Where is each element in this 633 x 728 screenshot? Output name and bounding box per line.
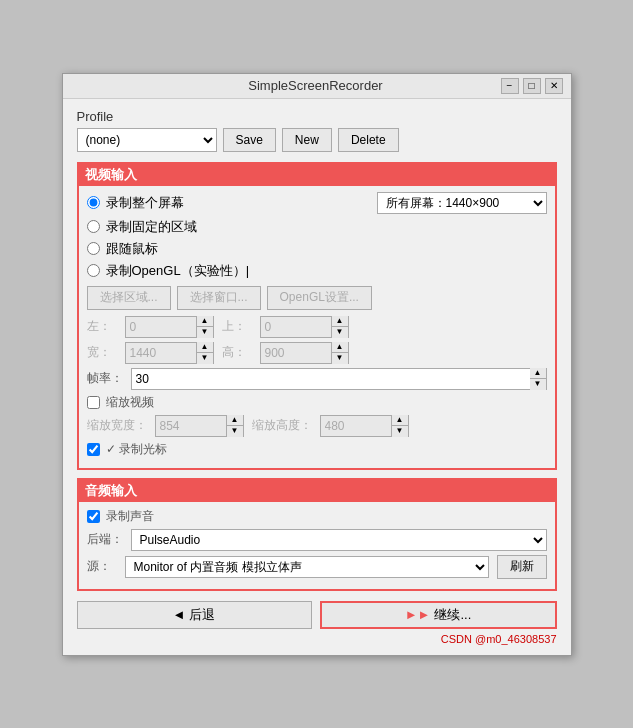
back-button[interactable]: ◄ 后退 bbox=[77, 601, 312, 629]
follow-mouse-row: 跟随鼠标 bbox=[87, 240, 547, 258]
framerate-value[interactable]: 30 bbox=[132, 369, 530, 389]
scale-height-spin-btns: ▲ ▼ bbox=[391, 415, 408, 437]
audio-section-content: 录制声音 后端： PulseAudio 源： Monitor of 内置音频 模… bbox=[79, 502, 555, 589]
left-spinbox: 0 ▲ ▼ bbox=[125, 316, 214, 338]
scale-height-up-btn[interactable]: ▲ bbox=[392, 415, 408, 426]
framerate-up-btn[interactable]: ▲ bbox=[530, 368, 546, 379]
record-cursor-row: ✓ 录制光标 bbox=[87, 441, 547, 458]
area-buttons-row: 选择区域... 选择窗口... OpenGL设置... bbox=[87, 286, 547, 310]
scale-height-label: 缩放高度： bbox=[252, 417, 312, 434]
follow-mouse-label: 跟随鼠标 bbox=[106, 240, 158, 258]
record-fullscreen-label: 录制整个屏幕 bbox=[106, 194, 184, 212]
height-input[interactable]: 900 bbox=[261, 343, 331, 363]
new-button[interactable]: New bbox=[282, 128, 332, 152]
top-input[interactable]: 0 bbox=[261, 317, 331, 337]
framerate-row: 帧率： 30 ▲ ▼ bbox=[87, 368, 547, 390]
width-input[interactable]: 1440 bbox=[126, 343, 196, 363]
left-input[interactable]: 0 bbox=[126, 317, 196, 337]
profile-controls: (none) Save New Delete bbox=[77, 128, 557, 152]
width-label: 宽： bbox=[87, 344, 117, 361]
source-row: 源： Monitor of 内置音频 模拟立体声 刷新 bbox=[87, 555, 547, 579]
scale-width-up-btn[interactable]: ▲ bbox=[227, 415, 243, 426]
profile-label: Profile bbox=[77, 109, 557, 124]
record-fixed-row: 录制固定的区域 bbox=[87, 218, 547, 236]
top-spin-btns: ▲ ▼ bbox=[331, 316, 348, 338]
width-down-btn[interactable]: ▼ bbox=[197, 353, 213, 364]
continue-button[interactable]: ►► 继续... bbox=[320, 601, 557, 629]
refresh-button[interactable]: 刷新 bbox=[497, 555, 547, 579]
record-fixed-label: 录制固定的区域 bbox=[106, 218, 197, 236]
record-opengl-row: 录制OpenGL（实验性）| bbox=[87, 262, 547, 280]
top-label: 上： bbox=[222, 318, 252, 335]
record-opengl-label: 录制OpenGL（实验性）| bbox=[106, 262, 250, 280]
profile-select[interactable]: (none) bbox=[77, 128, 217, 152]
height-up-btn[interactable]: ▲ bbox=[332, 342, 348, 353]
scale-height-input[interactable]: 480 bbox=[321, 416, 391, 436]
scale-height-spinbox: 480 ▲ ▼ bbox=[320, 415, 409, 437]
delete-button[interactable]: Delete bbox=[338, 128, 399, 152]
top-down-btn[interactable]: ▼ bbox=[332, 327, 348, 338]
close-button[interactable]: ✕ bbox=[545, 78, 563, 94]
scale-width-input[interactable]: 854 bbox=[156, 416, 226, 436]
scale-video-row: 缩放视频 bbox=[87, 394, 547, 411]
record-sound-label: 录制声音 bbox=[106, 508, 154, 525]
height-spin-btns: ▲ ▼ bbox=[331, 342, 348, 364]
select-window-button[interactable]: 选择窗口... bbox=[177, 286, 261, 310]
left-top-row: 左： 0 ▲ ▼ 上： 0 ▲ bbox=[87, 316, 547, 338]
width-up-btn[interactable]: ▲ bbox=[197, 342, 213, 353]
audio-input-section: 音频输入 录制声音 后端： PulseAudio bbox=[77, 478, 557, 591]
video-section-title: 视频输入 bbox=[79, 164, 555, 186]
record-fullscreen-radio[interactable] bbox=[87, 196, 100, 209]
record-sound-checkbox[interactable] bbox=[87, 510, 100, 523]
scale-video-checkbox[interactable] bbox=[87, 396, 100, 409]
top-spinbox: 0 ▲ ▼ bbox=[260, 316, 349, 338]
scale-height-down-btn[interactable]: ▼ bbox=[392, 426, 408, 437]
maximize-button[interactable]: □ bbox=[523, 78, 541, 94]
width-spin-btns: ▲ ▼ bbox=[196, 342, 213, 364]
video-section-content: 录制整个屏幕 所有屏幕：1440×900 录制固定的区域 跟随 bbox=[79, 186, 555, 468]
record-opengl-radio[interactable] bbox=[87, 264, 100, 277]
title-bar: SimpleScreenRecorder − □ ✕ bbox=[63, 74, 571, 99]
framerate-down-btn[interactable]: ▼ bbox=[530, 379, 546, 390]
height-down-btn[interactable]: ▼ bbox=[332, 353, 348, 364]
main-content: Profile (none) Save New Delete 视频输入 录制 bbox=[63, 99, 571, 655]
video-input-section: 视频输入 录制整个屏幕 所有屏幕：1440×900 bbox=[77, 162, 557, 470]
main-window: SimpleScreenRecorder − □ ✕ Profile (none… bbox=[62, 73, 572, 656]
source-select[interactable]: Monitor of 内置音频 模拟立体声 bbox=[125, 556, 489, 578]
height-label: 高： bbox=[222, 344, 252, 361]
top-up-btn[interactable]: ▲ bbox=[332, 316, 348, 327]
scale-width-label: 缩放宽度： bbox=[87, 417, 147, 434]
record-sound-row: 录制声音 bbox=[87, 508, 547, 525]
select-area-button[interactable]: 选择区域... bbox=[87, 286, 171, 310]
follow-mouse-radio[interactable] bbox=[87, 242, 100, 255]
framerate-input: 30 ▲ ▼ bbox=[131, 368, 547, 390]
backend-row: 后端： PulseAudio bbox=[87, 529, 547, 551]
continue-label: 继续... bbox=[434, 606, 471, 624]
record-cursor-checkbox[interactable] bbox=[87, 443, 100, 456]
width-spinbox: 1440 ▲ ▼ bbox=[125, 342, 214, 364]
audio-section-title: 音频输入 bbox=[79, 480, 555, 502]
framerate-label: 帧率： bbox=[87, 370, 123, 387]
save-button[interactable]: Save bbox=[223, 128, 276, 152]
record-fullscreen-left: 录制整个屏幕 bbox=[87, 194, 184, 212]
height-spinbox: 900 ▲ ▼ bbox=[260, 342, 349, 364]
minimize-button[interactable]: − bbox=[501, 78, 519, 94]
backend-label: 后端： bbox=[87, 531, 123, 548]
window-controls: − □ ✕ bbox=[501, 78, 563, 94]
back-label: 后退 bbox=[189, 606, 215, 624]
source-label: 源： bbox=[87, 558, 117, 575]
opengl-settings-button[interactable]: OpenGL设置... bbox=[267, 286, 372, 310]
backend-select[interactable]: PulseAudio bbox=[131, 529, 547, 551]
scale-width-down-btn[interactable]: ▼ bbox=[227, 426, 243, 437]
scale-width-spin-btns: ▲ ▼ bbox=[226, 415, 243, 437]
left-label: 左： bbox=[87, 318, 117, 335]
left-up-btn[interactable]: ▲ bbox=[197, 316, 213, 327]
scale-width-spinbox: 854 ▲ ▼ bbox=[155, 415, 244, 437]
screen-select[interactable]: 所有屏幕：1440×900 bbox=[377, 192, 547, 214]
footer-row: ◄ 后退 ►► 继续... bbox=[77, 601, 557, 629]
scale-video-label: 缩放视频 bbox=[106, 394, 154, 411]
record-fixed-radio[interactable] bbox=[87, 220, 100, 233]
framerate-spin-btns: ▲ ▼ bbox=[530, 368, 546, 390]
scale-dimensions-row: 缩放宽度： 854 ▲ ▼ 缩放高度： 480 ▲ bbox=[87, 415, 547, 437]
left-down-btn[interactable]: ▼ bbox=[197, 327, 213, 338]
